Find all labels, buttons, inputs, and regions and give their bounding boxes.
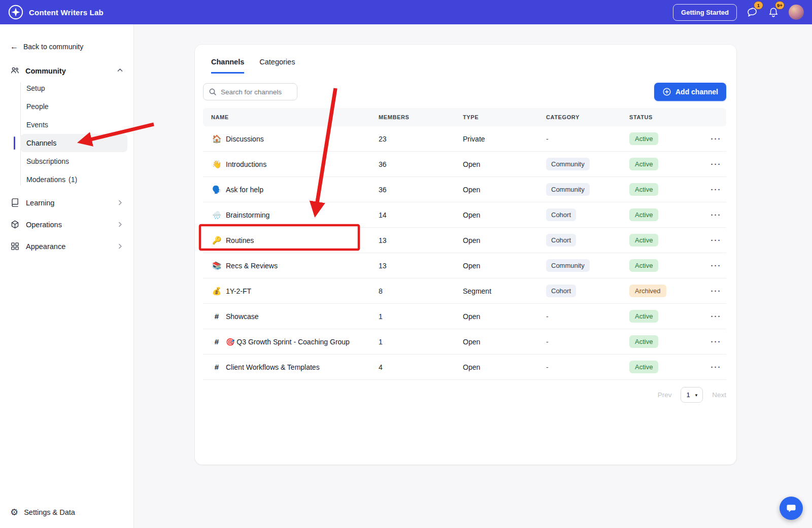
channel-status: Active bbox=[621, 310, 706, 323]
row-actions-button[interactable]: ··· bbox=[711, 363, 722, 371]
table-row[interactable]: 🌧️Brainstorming 14 Open Cohort Active ··… bbox=[203, 202, 726, 228]
operations-icon bbox=[10, 220, 20, 229]
pagination-next-button[interactable]: Next bbox=[712, 391, 726, 399]
sidebar-item-setup[interactable]: Setup bbox=[20, 79, 127, 97]
table-row[interactable]: 👋Introductions 36 Open Community Active … bbox=[203, 152, 726, 177]
plus-circle-icon bbox=[662, 87, 671, 96]
admin-sidebar: ← Back to community Community Setup Peop… bbox=[0, 24, 134, 528]
row-actions-button[interactable]: ··· bbox=[711, 261, 722, 270]
tab-categories[interactable]: Categories bbox=[259, 58, 295, 74]
table-header-row: NAME MEMBERS TYPE CATEGORY STATUS bbox=[203, 108, 726, 126]
tab-channels[interactable]: Channels bbox=[211, 58, 244, 74]
page-select[interactable]: 1 ▾ bbox=[681, 387, 703, 403]
notifications-button[interactable]: 9+ bbox=[767, 6, 780, 18]
settings-and-data-link[interactable]: ⚙ Settings & Data bbox=[0, 497, 133, 528]
sidebar-item-people[interactable]: People bbox=[20, 97, 127, 116]
channel-category: Cohort bbox=[538, 285, 621, 297]
table-row[interactable]: #Showcase 1 Open - Active ··· bbox=[203, 304, 726, 329]
pagination: Prev 1 ▾ Next bbox=[205, 387, 726, 403]
channel-status: Active bbox=[621, 335, 706, 348]
sidebar-item-moderations[interactable]: Moderations (1) bbox=[20, 170, 127, 189]
left-arrow-icon: ← bbox=[10, 43, 18, 51]
channel-status: Active bbox=[621, 158, 706, 170]
back-to-community-link[interactable]: ← Back to community bbox=[0, 24, 133, 51]
status-badge: Active bbox=[629, 361, 658, 373]
channel-category: Cohort bbox=[538, 208, 621, 221]
category-badge: Community bbox=[546, 158, 590, 170]
sidebar-section-operations[interactable]: Operations bbox=[0, 214, 133, 235]
chevron-up-icon bbox=[117, 67, 123, 75]
channel-type: Open bbox=[455, 236, 538, 244]
hash-icon: # bbox=[211, 312, 222, 321]
sidebar-item-channels[interactable]: Channels bbox=[20, 134, 127, 152]
channel-status: Active bbox=[621, 183, 706, 196]
row-actions-button[interactable]: ··· bbox=[711, 287, 722, 295]
table-row[interactable]: #Client Workflows & Templates 4 Open - A… bbox=[203, 355, 726, 380]
table-row[interactable]: #🎯 Q3 Growth Sprint - Coaching Group 1 O… bbox=[203, 329, 726, 355]
channel-type: Open bbox=[455, 262, 538, 270]
status-badge: Active bbox=[629, 234, 658, 247]
sidebar-section-community[interactable]: Community bbox=[0, 64, 133, 78]
channel-status: Active bbox=[621, 208, 706, 221]
table-row[interactable]: 🗣️Ask for help 36 Open Community Active … bbox=[203, 177, 726, 202]
members-count: 13 bbox=[370, 236, 455, 244]
chevron-right-icon bbox=[117, 221, 123, 228]
channel-name: Recs & Reviews bbox=[226, 262, 278, 270]
status-badge: Active bbox=[629, 335, 658, 348]
channel-emoji-icon: 📚 bbox=[211, 261, 222, 270]
column-header-members: MEMBERS bbox=[370, 114, 455, 120]
channel-category: Community bbox=[538, 259, 621, 272]
channel-type: Open bbox=[455, 211, 538, 219]
channel-name: 🎯 Q3 Growth Sprint - Coaching Group bbox=[226, 338, 350, 346]
moderations-count: (1) bbox=[69, 175, 77, 184]
row-actions-button[interactable]: ··· bbox=[711, 236, 722, 244]
row-actions-button[interactable]: ··· bbox=[711, 337, 722, 346]
search-input[interactable] bbox=[203, 83, 297, 100]
row-actions-button[interactable]: ··· bbox=[711, 185, 722, 194]
row-actions-button[interactable]: ··· bbox=[711, 210, 722, 219]
getting-started-button[interactable]: Getting Started bbox=[673, 4, 737, 21]
channel-status: Active bbox=[621, 234, 706, 247]
app-title: Content Writers Lab bbox=[29, 8, 104, 17]
status-badge: Active bbox=[629, 208, 658, 221]
status-badge: Active bbox=[629, 183, 658, 196]
row-actions-button[interactable]: ··· bbox=[711, 134, 722, 143]
channel-type: Open bbox=[455, 363, 538, 371]
add-channel-button[interactable]: Add channel bbox=[654, 83, 726, 101]
table-row[interactable]: 📚Recs & Reviews 13 Open Community Active… bbox=[203, 253, 726, 278]
live-chat-widget-button[interactable] bbox=[780, 497, 803, 520]
messages-badge: 1 bbox=[754, 2, 763, 9]
category-badge: Cohort bbox=[546, 234, 576, 247]
panel-tabs: Channels Categories bbox=[195, 45, 736, 74]
sidebar-section-appearance[interactable]: Appearance bbox=[0, 235, 133, 257]
channel-category: - bbox=[538, 135, 621, 143]
channel-category: - bbox=[538, 338, 621, 346]
members-count: 23 bbox=[370, 135, 455, 143]
search-icon bbox=[209, 88, 217, 98]
settings-label: Settings & Data bbox=[24, 508, 75, 516]
add-channel-label: Add channel bbox=[675, 88, 718, 96]
chevron-right-icon bbox=[117, 199, 123, 206]
user-avatar[interactable] bbox=[789, 5, 804, 20]
channel-name: Ask for help bbox=[226, 186, 263, 194]
status-badge: Active bbox=[629, 132, 658, 145]
channel-type: Open bbox=[455, 186, 538, 194]
sidebar-item-events[interactable]: Events bbox=[20, 116, 127, 134]
pagination-prev-button[interactable]: Prev bbox=[658, 391, 672, 399]
table-row[interactable]: 🏠Discussions 23 Private - Active ··· bbox=[203, 126, 726, 152]
messages-button[interactable]: 1 bbox=[746, 6, 758, 18]
table-row[interactable]: 💰1Y-2-FT 8 Segment Cohort Archived ··· bbox=[203, 278, 726, 304]
hash-icon: # bbox=[211, 337, 222, 346]
channel-name: Discussions bbox=[226, 135, 264, 143]
channel-category: - bbox=[538, 363, 621, 371]
chevron-down-icon: ▾ bbox=[695, 393, 698, 398]
column-header-status: STATUS bbox=[621, 114, 706, 120]
row-actions-button[interactable]: ··· bbox=[711, 312, 722, 321]
table-row-routines[interactable]: 🔑Routines 13 Open Cohort Active ··· bbox=[203, 228, 726, 253]
channel-status: Archived bbox=[621, 285, 706, 297]
sidebar-section-learning[interactable]: Learning bbox=[0, 192, 133, 214]
row-actions-button[interactable]: ··· bbox=[711, 160, 722, 168]
channel-emoji-icon: 🗣️ bbox=[211, 185, 222, 194]
channel-type: Segment bbox=[455, 287, 538, 295]
sidebar-item-subscriptions[interactable]: Subscriptions bbox=[20, 152, 127, 170]
